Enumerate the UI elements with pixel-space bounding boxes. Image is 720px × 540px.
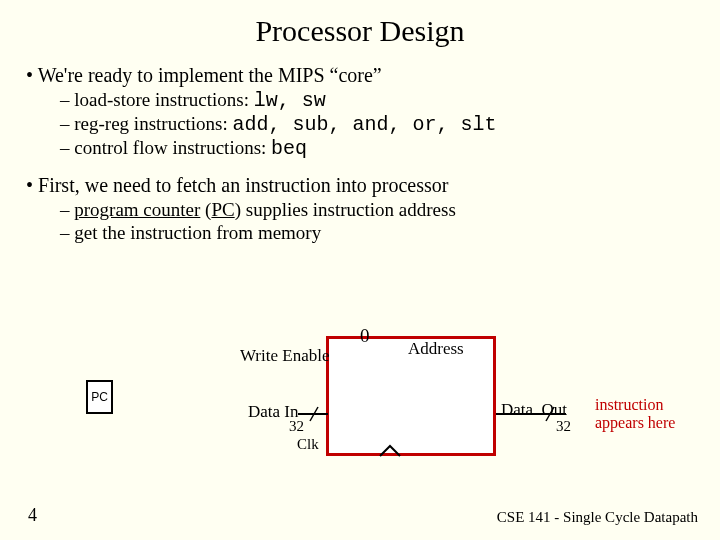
sub-1b-mono: add, sub, and, or, slt xyxy=(233,113,497,136)
bullet-2: First, we need to fetch an instruction i… xyxy=(26,174,694,197)
page-number: 4 xyxy=(28,505,37,526)
bullet-2-subs: program counter (PC) supplies instructio… xyxy=(60,199,694,244)
clk-label: Clk xyxy=(297,436,319,453)
bits-in-label: 32 xyxy=(289,418,304,435)
bullet-1-subs: load-store instructions: lw, sw reg-reg … xyxy=(60,89,694,160)
pc-register: PC xyxy=(86,380,113,414)
note-line-2: appears here xyxy=(595,414,675,432)
sub-1a-label: load-store instructions: xyxy=(74,89,253,110)
instruction-note: instruction appears here xyxy=(595,396,675,433)
sub-2a-prefix: program counter xyxy=(74,199,200,220)
zero-label: 0 xyxy=(360,325,370,347)
sub-2b-label: get the instruction from memory xyxy=(74,222,321,243)
sub-2a-suffix: supplies instruction address xyxy=(241,199,456,220)
sub-1b-label: reg-reg instructions: xyxy=(74,113,232,134)
slide-title: Processor Design xyxy=(0,0,720,54)
sub-1a: load-store instructions: lw, sw xyxy=(60,89,694,112)
address-label: Address xyxy=(408,339,464,359)
sub-1b: reg-reg instructions: add, sub, and, or,… xyxy=(60,113,694,136)
slide-content: We're ready to implement the MIPS “core”… xyxy=(0,64,720,244)
bits-out-label: 32 xyxy=(556,418,571,435)
sub-1a-mono: lw, sw xyxy=(254,89,326,112)
note-line-1: instruction xyxy=(595,396,675,414)
sub-1c: control flow instructions: beq xyxy=(60,137,694,160)
write-enable-label: Write Enable xyxy=(240,346,329,366)
sub-2b: get the instruction from memory xyxy=(60,222,694,244)
sub-2a-pc: PC xyxy=(211,199,234,220)
sub-2a: program counter (PC) supplies instructio… xyxy=(60,199,694,221)
bullet-1: We're ready to implement the MIPS “core” xyxy=(26,64,694,87)
sub-1c-label: control flow instructions: xyxy=(74,137,271,158)
data-out-label: Data. Out xyxy=(501,400,567,420)
datapath-diagram: PC Write Enable 0 Address Data In Data. … xyxy=(0,328,720,498)
sub-1c-mono: beq xyxy=(271,137,307,160)
footer-text: CSE 141 - Single Cycle Datapath xyxy=(497,509,698,526)
